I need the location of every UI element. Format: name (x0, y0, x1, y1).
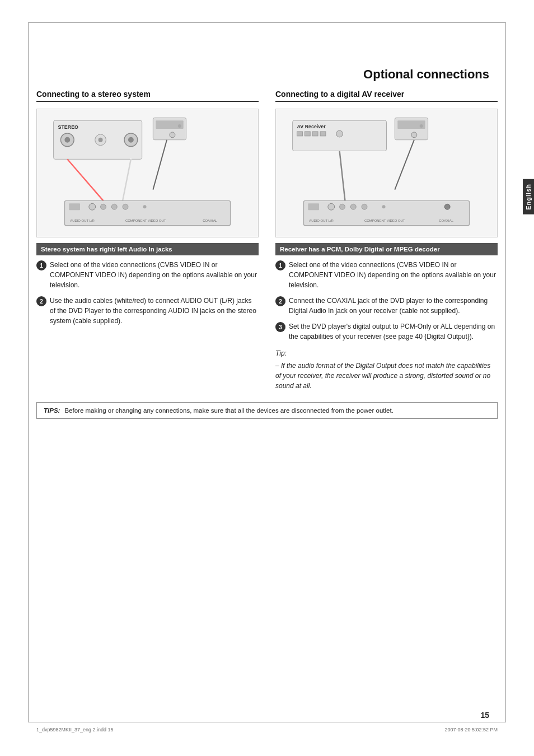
main-content: Connecting to a stereo system STEREO (36, 90, 498, 711)
right-step-number-3: 3 (275, 322, 285, 332)
right-step-3: 3 Set the DVD player's digital output to… (275, 321, 498, 342)
tips-label: TIPS: (44, 407, 60, 414)
svg-text:COAXIAL: COAXIAL (203, 219, 217, 222)
svg-rect-18 (69, 203, 80, 210)
right-instruction-list: 1 Select one of the video connections (C… (275, 260, 498, 342)
svg-rect-31 (305, 132, 310, 136)
tips-text: Before making or changing any connection… (64, 407, 393, 414)
footer-file: 1_dvp5982MKII_37_eng 2.indd 15 (36, 727, 114, 732)
right-step-text-2: Connect the COAXIAL jack of the DVD play… (289, 296, 498, 316)
tip-text: – If the audio format of the Digital Out… (275, 361, 498, 391)
page-border-bottom (28, 722, 506, 722)
svg-point-11 (170, 132, 175, 138)
page-title: Optional connections (363, 67, 489, 82)
svg-point-46 (362, 204, 367, 209)
svg-point-12 (178, 124, 181, 128)
right-column: Connecting to a digital AV receiver AV R… (275, 90, 498, 391)
left-sub-header: Stereo system has right/ left Audio In j… (36, 243, 259, 255)
right-step-1: 1 Select one of the video connections (C… (275, 260, 498, 290)
svg-point-38 (420, 124, 423, 128)
page-border-left (28, 22, 29, 722)
step-number-2: 2 (36, 296, 46, 306)
footer-date: 2007-08-20 5:02:52 PM (444, 727, 498, 732)
right-step-2: 2 Connect the COAXIAL jack of the DVD pl… (275, 296, 498, 316)
right-sub-header: Receiver has a PCM, Dolby Digital or MPE… (275, 243, 498, 255)
tip-block: Tip: – If the audio format of the Digita… (275, 348, 498, 391)
svg-point-23 (143, 205, 147, 208)
stereo-diagram-box: STEREO (36, 109, 259, 237)
svg-point-6 (99, 138, 103, 142)
svg-point-34 (336, 130, 343, 137)
left-step-1: 1 Select one of the video connections (C… (36, 260, 259, 290)
svg-point-21 (111, 204, 117, 209)
svg-point-45 (350, 204, 356, 209)
svg-text:COMPONENT VIDEO OUT: COMPONENT VIDEO OUT (364, 219, 405, 222)
right-step-text-1: Select one of the video connections (CVB… (289, 260, 498, 290)
page-border-right (505, 22, 506, 722)
right-section-title: Connecting to a digital AV receiver (275, 90, 498, 102)
svg-rect-32 (312, 132, 318, 136)
tip-title: Tip: (275, 348, 498, 358)
svg-rect-30 (297, 132, 303, 136)
page-number: 15 (480, 711, 489, 720)
step-number-1: 1 (36, 260, 46, 270)
svg-text:COMPONENT VIDEO OUT: COMPONENT VIDEO OUT (125, 219, 166, 222)
left-instruction-list: 1 Select one of the video connections (C… (36, 260, 259, 326)
language-tab: English (523, 179, 534, 214)
svg-text:STEREO: STEREO (58, 124, 79, 130)
svg-point-48 (444, 204, 450, 209)
right-step-text-3: Set the DVD player's digital output to P… (289, 321, 498, 342)
svg-point-4 (64, 137, 70, 143)
av-diagram-box: AV Receiver (275, 109, 498, 237)
svg-rect-42 (308, 203, 319, 210)
tips-box: TIPS: Before making or changing any conn… (36, 402, 498, 419)
right-step-number-2: 2 (275, 296, 285, 306)
svg-point-19 (89, 203, 96, 210)
svg-point-8 (128, 137, 134, 143)
av-diagram-svg: AV Receiver (276, 109, 497, 237)
columns-layout: Connecting to a stereo system STEREO (36, 90, 498, 391)
svg-text:COAXIAL: COAXIAL (439, 219, 453, 222)
page-border-top (28, 22, 506, 23)
left-step-2: 2 Use the audio cables (white/red) to co… (36, 296, 259, 326)
svg-text:AUDIO OUT L/R: AUDIO OUT L/R (70, 219, 95, 222)
stereo-diagram-svg: STEREO (37, 109, 258, 237)
svg-point-43 (328, 203, 335, 210)
svg-point-37 (411, 132, 417, 138)
svg-point-20 (101, 204, 106, 209)
left-column: Connecting to a stereo system STEREO (36, 90, 259, 391)
step-text-1: Select one of the video connections (CVB… (50, 260, 259, 290)
svg-rect-33 (320, 132, 326, 136)
svg-point-22 (123, 204, 128, 209)
right-step-number-1: 1 (275, 260, 285, 270)
svg-point-44 (340, 204, 345, 209)
svg-point-47 (382, 205, 386, 208)
svg-text:AUDIO OUT L/R: AUDIO OUT L/R (309, 219, 334, 222)
step-text-2: Use the audio cables (white/red) to conn… (50, 296, 259, 326)
left-section-title: Connecting to a stereo system (36, 90, 259, 102)
svg-text:AV Receiver: AV Receiver (297, 124, 326, 129)
